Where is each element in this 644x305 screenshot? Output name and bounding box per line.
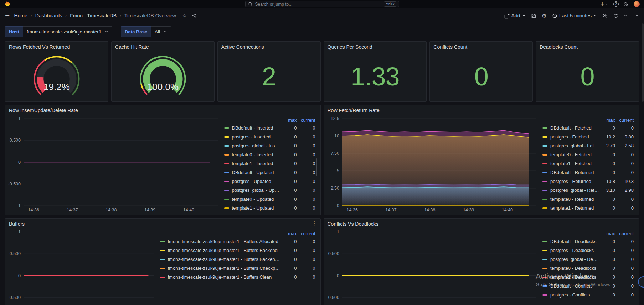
refresh-icon[interactable] [613, 13, 618, 19]
legend-item[interactable]: fmons-timescale-zsuk9uje-master1 - Buffe… [160, 246, 315, 255]
legend-item[interactable]: postgres_global - Deadlocks00 [542, 255, 634, 264]
menu-toggle-icon[interactable]: ☰ [5, 12, 10, 19]
panel-row-fetch-return-rate: Row Fetch/Return Rate 12.5107.5052.50014… [324, 105, 639, 215]
legend-item[interactable]: DBdefault - Deadlocks00 [542, 237, 634, 246]
legend-item[interactable]: template1 - Deadlocks00 [542, 273, 634, 282]
stat-value: 0 [474, 62, 488, 91]
svg-text:14:38: 14:38 [105, 207, 117, 212]
help-icon[interactable]: ? [613, 1, 619, 7]
legend-item[interactable]: fmons-timescale-zsuk9uje-master1 - Buffe… [160, 264, 315, 273]
panel-title[interactable]: Deadlocks Count [536, 42, 639, 52]
legend-item[interactable]: DBdefault - Fetched00 [542, 123, 634, 132]
series-color-swatch [542, 154, 547, 156]
refresh-interval-dropdown[interactable] [624, 14, 627, 17]
legend-item[interactable]: fmons-timescale-zsuk9uje-master1 - Buffe… [160, 237, 315, 246]
panel-title[interactable]: Buffers [5, 219, 320, 229]
grafana-logo[interactable] [4, 1, 11, 7]
legend-item[interactable]: template1 - Inserted00 [224, 159, 315, 168]
legend-item[interactable]: DBdefault - Inserted00 [224, 123, 315, 132]
legend-item[interactable]: postgres_global - Fetched2.702.58 [542, 141, 634, 150]
legend-item[interactable]: postgres - Updated00 [224, 177, 315, 186]
legend-item[interactable]: postgres - Fetched10.29.80 [542, 132, 634, 141]
series-color-swatch [542, 172, 547, 173]
svg-text:14:39: 14:39 [144, 207, 155, 212]
panel-rows-fetched-vs-returned: Rows Fetched Vs Returned 19.2% [5, 41, 108, 102]
series-color-swatch [224, 172, 229, 173]
series-color-swatch [224, 145, 229, 147]
panel-title[interactable]: Row Fetch/Return Rate [324, 105, 639, 116]
legend-item[interactable]: postgres_global - Updated00 [224, 186, 315, 195]
page-scrollbar[interactable] [642, 23, 644, 102]
panel-title[interactable]: Cache Hit Rate [112, 42, 214, 52]
legend-item[interactable]: fmons-timescale-zsuk9uje-master1 - Buffe… [160, 273, 315, 282]
database-variable-select[interactable]: All [151, 26, 171, 37]
save-dashboard-icon[interactable] [531, 13, 536, 19]
search-input[interactable]: Search or jump to... ctrl+k [245, 1, 399, 7]
chevron-up-icon [635, 14, 639, 18]
panel-title[interactable]: Row Insert/Update/Delete Rate [5, 105, 320, 116]
host-variable-select[interactable]: fmons-timescale-zsuk9uje-master1 [23, 26, 112, 37]
series-color-swatch [542, 268, 547, 269]
new-menu-button[interactable]: + [600, 1, 608, 6]
legend-item[interactable]: DBdefault - Updated00 [224, 168, 315, 177]
panel-cache-hit-rate: Cache Hit Rate 100.0% [111, 41, 215, 102]
panel-conflicts-vs-deadlocks: Conflicts Vs Deadlocks 10.5000-0.500 max… [324, 218, 639, 305]
breadcrumb-separator: › [65, 13, 67, 18]
svg-text:14:38: 14:38 [424, 207, 435, 212]
zoom-out-icon[interactable] [602, 13, 608, 19]
legend-item[interactable]: postgres_global - Returned3.102.98 [542, 186, 634, 195]
legend-item[interactable]: template0 - Inserted00 [224, 150, 315, 159]
add-panel-button[interactable]: Add [504, 13, 526, 19]
svg-text:1: 1 [18, 116, 21, 121]
legend-item[interactable]: template0 - Updated00 [224, 195, 315, 204]
news-rss-icon[interactable] [624, 1, 629, 6]
legend-item[interactable]: DBdefault - Returned00 [542, 168, 634, 177]
time-series-chart[interactable]: 12.5107.5052.50014:3614:3714:3814:3914:4… [326, 116, 539, 213]
database-variable: Data Base All [121, 26, 171, 37]
legend-item[interactable]: DBdefault - Conflicts00 [542, 282, 634, 290]
svg-text:0: 0 [337, 273, 339, 278]
collapse-header-icon[interactable] [635, 14, 639, 18]
legend-item[interactable]: postgres - Conflicts00 [542, 290, 634, 299]
legend-item[interactable]: template0 - Fetched00 [542, 150, 634, 159]
series-color-swatch [542, 207, 547, 209]
legend-item[interactable]: postgres - Returned10.810.3 [542, 177, 634, 186]
series-color-swatch [542, 285, 547, 287]
series-color-swatch [224, 190, 229, 191]
legend-item[interactable]: template0 - Returned00 [542, 195, 634, 204]
legend-item[interactable]: template1 - Returned00 [542, 204, 634, 212]
legend-item[interactable]: template0 - Deadlocks00 [542, 264, 634, 273]
share-icon[interactable] [191, 13, 196, 18]
legend-item[interactable]: template1 - Fetched00 [542, 159, 634, 168]
dashboard-settings-icon[interactable]: ⚙ [542, 12, 547, 19]
legend-item[interactable]: template1 - Updated00 [224, 204, 315, 212]
panel-title[interactable]: Active Connections [218, 42, 320, 52]
panel-title[interactable]: Conflicts Count [430, 42, 532, 52]
dashboard-grid: Rows Fetched Vs Returned 19.2% Cache Hit… [0, 41, 644, 305]
time-series-chart[interactable]: 10.5000-0.500 [7, 229, 156, 305]
time-series-chart[interactable]: 10.5000-0.500-114:3614:3714:3814:3914:40 [7, 116, 221, 213]
panel-title[interactable]: Rows Fetched Vs Returned [5, 42, 108, 52]
panel-title[interactable]: Queries Per Second [324, 42, 427, 52]
legend-item[interactable]: postgres - Inserted00 [224, 132, 315, 141]
svg-text:-0.500: -0.500 [8, 295, 21, 300]
svg-text:14:37: 14:37 [385, 207, 396, 212]
time-series-chart[interactable]: 10.5000-0.500 [326, 229, 539, 305]
breadcrumb-home[interactable]: Home [14, 13, 27, 19]
legend-item[interactable]: postgres - Deadlocks00 [542, 246, 634, 255]
breadcrumb-dashboards[interactable]: Dashboards [35, 13, 62, 19]
legend-item[interactable]: fmons-timescale-zsuk9uje-master1 - Buffe… [160, 255, 315, 264]
breadcrumb-folder[interactable]: Fmon - TimescaleDB [70, 13, 117, 19]
legend-item[interactable]: postgres_global - Inserted00 [224, 141, 315, 150]
favorite-star-icon[interactable]: ☆ [182, 12, 187, 19]
panel-menu-icon[interactable]: ⋮ [312, 221, 317, 226]
legend-scrollbar[interactable] [316, 158, 317, 176]
user-avatar[interactable] [634, 1, 640, 7]
svg-text:12.5: 12.5 [330, 116, 339, 121]
stat-value: 1.33 [351, 62, 399, 91]
panel-title[interactable]: Conflicts Vs Deadlocks [324, 219, 639, 229]
time-range-picker[interactable]: Last 5 minutes [552, 13, 597, 19]
svg-text:14:40: 14:40 [183, 207, 194, 212]
panel-queries-per-second: Queries Per Second 1.33 [324, 41, 427, 102]
chevron-down-icon [105, 30, 108, 33]
